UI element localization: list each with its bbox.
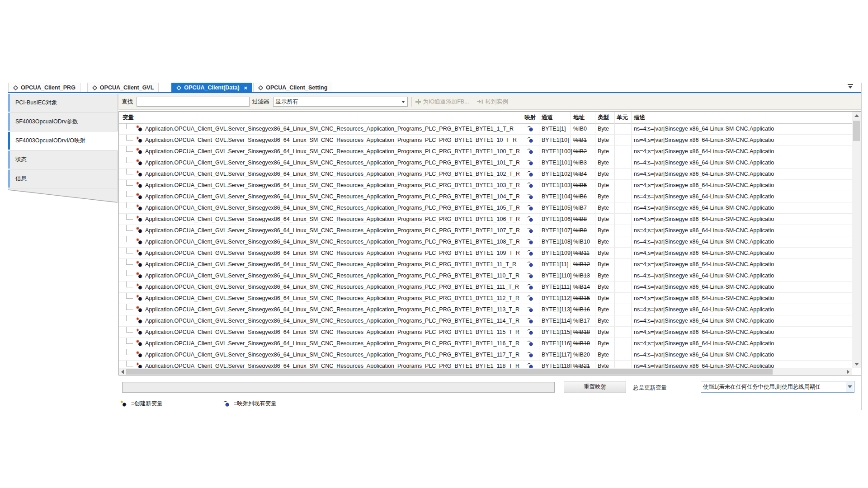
table-row[interactable]: Application.OPCUA_Client_GVL.Server_Sins… xyxy=(119,248,852,259)
mapped-to-existing-variable-icon xyxy=(223,400,230,408)
scroll-down-button[interactable] xyxy=(852,360,861,368)
table-row[interactable]: Application.OPCUA_Client_GVL.Server_Sins… xyxy=(119,349,852,361)
table-row[interactable]: Application.OPCUA_Client_GVL.Server_Sins… xyxy=(119,146,852,157)
sidebar-item[interactable]: 状态 xyxy=(8,150,117,169)
variable-name: Application.OPCUA_Client_GVL.Server_Sins… xyxy=(145,282,519,292)
horizontal-scroll-thumb[interactable] xyxy=(126,369,773,375)
table-row[interactable]: Application.OPCUA_Client_GVL.Server_Sins… xyxy=(119,293,852,304)
mapped-to-existing-variable-icon xyxy=(527,295,534,302)
description-cell: ns=4;s=|var|Sinsegye x86_64-Linux-SM-CNC… xyxy=(634,338,851,349)
type-cell: Byte xyxy=(598,304,609,315)
sidebar-item[interactable]: SF4003OpcuaIODrvI/O映射 xyxy=(8,131,118,150)
reset-mapping-button[interactable]: 重置映射 xyxy=(564,381,626,393)
mapped-to-existing-variable-icon xyxy=(527,216,534,223)
tree-branch-icon xyxy=(126,191,135,202)
table-row[interactable]: Application.OPCUA_Client_GVL.Server_Sins… xyxy=(119,315,852,327)
create-new-variable-icon xyxy=(136,238,143,245)
mapped-to-existing-variable-icon xyxy=(527,283,534,291)
type-cell: Byte xyxy=(598,202,609,213)
address-cell: %IB16 xyxy=(573,304,590,315)
tree-branch-icon xyxy=(126,338,135,349)
object-diamond-icon xyxy=(92,85,97,90)
table-row[interactable]: Application.OPCUA_Client_GVL.Server_Sins… xyxy=(119,191,852,202)
editor-tab[interactable]: OPCUA_Client(Data) × xyxy=(171,83,252,92)
table-row[interactable]: Application.OPCUA_Client_GVL.Server_Sins… xyxy=(119,123,852,135)
find-input[interactable] xyxy=(137,97,250,107)
description-cell: ns=4;s=|var|Sinsegye x86_64-Linux-SM-CNC… xyxy=(634,293,851,304)
table-row[interactable]: Application.OPCUA_Client_GVL.Server_Sins… xyxy=(119,361,852,368)
add-fb-button[interactable]: 为IO通道添加FB... xyxy=(415,98,469,106)
table-row[interactable]: Application.OPCUA_Client_GVL.Server_Sins… xyxy=(119,236,852,248)
table-row[interactable]: Application.OPCUA_Client_GVL.Server_Sins… xyxy=(119,157,852,169)
editor-tab[interactable]: OPCUA_Client_Setting xyxy=(253,83,332,92)
table-row[interactable]: Application.OPCUA_Client_GVL.Server_Sins… xyxy=(119,202,852,214)
object-diamond-icon xyxy=(258,85,263,90)
table-row[interactable]: Application.OPCUA_Client_GVL.Server_Sins… xyxy=(119,282,852,293)
mapped-to-existing-variable-icon xyxy=(527,328,534,336)
scroll-right-button[interactable] xyxy=(844,368,852,375)
create-new-variable-icon xyxy=(136,362,143,368)
mapped-to-existing-variable-icon xyxy=(527,272,534,279)
description-cell: ns=4;s=|var|Sinsegye x86_64-Linux-SM-CNC… xyxy=(634,259,851,270)
variable-name: Application.OPCUA_Client_GVL.Server_Sins… xyxy=(145,270,519,281)
vertical-scrollbar[interactable] xyxy=(852,112,861,368)
channel-cell: BYTE1[117] xyxy=(542,349,571,360)
tree-branch-icon xyxy=(126,123,135,134)
table-rows: Application.OPCUA_Client_GVL.Server_Sins… xyxy=(119,123,852,368)
table-row[interactable]: Application.OPCUA_Client_GVL.Server_Sins… xyxy=(119,259,852,270)
horizontal-scrollbar[interactable] xyxy=(119,368,852,375)
scroll-up-button[interactable] xyxy=(852,112,861,119)
variable-name: Application.OPCUA_Client_GVL.Server_Sins… xyxy=(145,214,519,225)
address-cell: %IB19 xyxy=(573,338,590,349)
create-new-variable-icon xyxy=(136,170,143,178)
type-cell: Byte xyxy=(598,146,609,157)
toolbar-separator xyxy=(411,97,412,107)
editor-tab[interactable]: OPCUA_Client_GVL xyxy=(87,83,159,92)
mapped-to-existing-variable-icon xyxy=(527,125,534,132)
table-row[interactable]: Application.OPCUA_Client_GVL.Server_Sins… xyxy=(119,169,852,180)
variable-name: Application.OPCUA_Client_GVL.Server_Sins… xyxy=(145,315,519,326)
legend-create-new-variable: =创建新变量 xyxy=(120,400,163,408)
table-row[interactable]: Application.OPCUA_Client_GVL.Server_Sins… xyxy=(119,304,852,315)
table-row[interactable]: Application.OPCUA_Client_GVL.Server_Sins… xyxy=(119,225,852,236)
bus-cycle-task-combobox[interactable]: 使能1(若未在任何任务中使用,则使用总线周期任 xyxy=(701,381,854,393)
filter-combobox[interactable]: 显示所有 xyxy=(273,97,408,107)
sidebar-item[interactable]: 信息 xyxy=(8,169,117,188)
table-row[interactable]: Application.OPCUA_Client_GVL.Server_Sins… xyxy=(119,338,852,349)
table-row[interactable]: Application.OPCUA_Client_GVL.Server_Sins… xyxy=(119,327,852,338)
object-diamond-icon xyxy=(13,85,18,90)
tab-close-icon[interactable]: × xyxy=(244,84,248,91)
type-cell: Byte xyxy=(598,157,609,168)
variable-name: Application.OPCUA_Client_GVL.Server_Sins… xyxy=(145,169,519,179)
table-row[interactable]: Application.OPCUA_Client_GVL.Server_Sins… xyxy=(119,180,852,191)
column-header-address: 地址 xyxy=(573,112,585,123)
description-cell: ns=4;s=|var|Sinsegye x86_64-Linux-SM-CNC… xyxy=(634,202,851,213)
sidebar-items: PCI-BusIEC对象 SF4003OpcuaIODrv参数 SF4003Op… xyxy=(8,94,118,188)
table-row[interactable]: Application.OPCUA_Client_GVL.Server_Sins… xyxy=(119,270,852,282)
goto-instance-button[interactable]: 转到实例 xyxy=(476,98,508,106)
tree-branch-icon xyxy=(126,293,135,304)
type-cell: Byte xyxy=(598,169,609,179)
table-row[interactable]: Application.OPCUA_Client_GVL.Server_Sins… xyxy=(119,135,852,146)
channel-cell: BYTE1[103] xyxy=(542,180,572,191)
table-row[interactable]: Application.OPCUA_Client_GVL.Server_Sins… xyxy=(119,214,852,225)
tab-list-dropdown-icon[interactable] xyxy=(848,84,853,89)
address-cell: %IB2 xyxy=(573,146,587,157)
variable-name: Application.OPCUA_Client_GVL.Server_Sins… xyxy=(145,293,519,304)
mapped-to-existing-variable-icon xyxy=(527,148,534,155)
sidebar-item[interactable]: SF4003OpcuaIODrv参数 xyxy=(8,113,117,131)
channel-cell: BYTE1[102] xyxy=(542,169,572,179)
variable-name: Application.OPCUA_Client_GVL.Server_Sins… xyxy=(145,327,519,338)
variable-name: Application.OPCUA_Client_GVL.Server_Sins… xyxy=(145,349,519,360)
vertical-scroll-thumb[interactable] xyxy=(853,121,860,141)
sidebar-item-label: PCI-BusIEC对象 xyxy=(15,99,57,107)
sidebar-slant-edge xyxy=(8,188,118,206)
channel-cell: BYTE1[110] xyxy=(542,270,571,281)
editor-tab[interactable]: OPCUA_Client_PRG xyxy=(8,83,80,92)
scroll-left-button[interactable] xyxy=(119,368,126,375)
address-cell: %IB12 xyxy=(573,259,590,270)
mapped-to-existing-variable-icon xyxy=(527,340,534,347)
sidebar-item[interactable]: PCI-BusIEC对象 xyxy=(8,94,117,113)
description-cell: ns=4;s=|var|Sinsegye x86_64-Linux-SM-CNC… xyxy=(634,361,851,368)
active-tab-underline xyxy=(8,92,861,93)
